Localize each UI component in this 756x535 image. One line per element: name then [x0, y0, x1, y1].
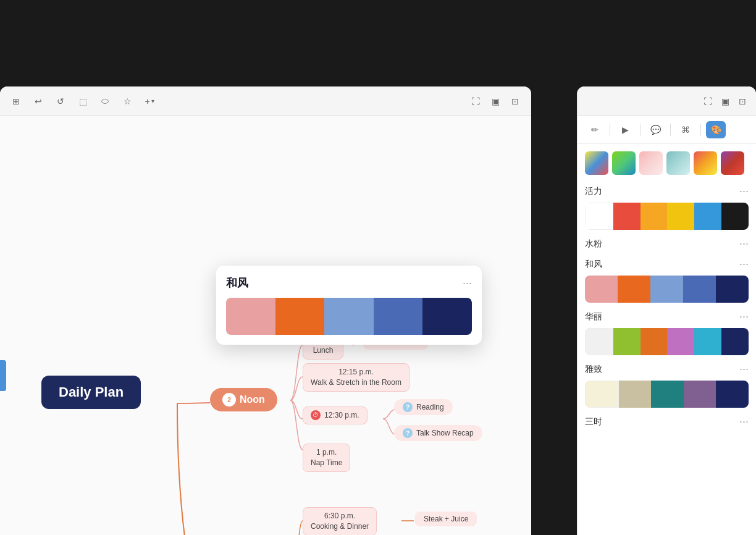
talk-show-label: Talk Show Recap [416, 429, 474, 437]
frame-icon[interactable]: ⬚ [77, 95, 89, 107]
theme-header-hefeng: 和风 ··· [585, 258, 749, 271]
tab-shortcut[interactable]: ⌘ [676, 121, 695, 138]
color-teal[interactable] [651, 381, 684, 408]
color-navy-yazhi[interactable] [716, 381, 749, 408]
color-purple-huali[interactable] [667, 328, 694, 355]
talk-show-node[interactable]: ? Talk Show Recap [394, 425, 482, 441]
popup-color-blue[interactable] [374, 298, 423, 335]
color-mauve[interactable] [684, 381, 716, 408]
theme-more-hefeng[interactable]: ··· [739, 258, 749, 271]
theme-section-huoli: 活力 ··· [585, 185, 749, 230]
question-icon-2: ? [403, 428, 413, 438]
toolbar: ⊞ ↩ ↺ ⬚ ⬭ ☆ + ▾ ⛶ ▣ ⊡ [0, 86, 531, 116]
popup-color-navy[interactable] [422, 298, 472, 335]
theme-header-huoli: 活力 ··· [585, 185, 749, 198]
color-medblue[interactable] [683, 276, 716, 303]
time-node-1230[interactable]: ⏱ 12:30 p.m. [303, 407, 368, 424]
panel-present-icon[interactable]: ▣ [719, 95, 731, 107]
theme-header-sanshi: 三时 ··· [585, 415, 749, 428]
color-orange-hefeng[interactable] [618, 276, 650, 303]
theme-title-yazhi: 雅致 [585, 364, 602, 375]
tab-note[interactable]: 💬 [645, 121, 665, 138]
swatch-5[interactable] [694, 151, 717, 175]
popup-color-pink[interactable] [226, 298, 275, 335]
theme-section-huali: 华丽 ··· [585, 310, 749, 355]
popup-color-orange[interactable] [275, 298, 325, 335]
steak-label: Steak + Juice [424, 515, 468, 523]
noon-node[interactable]: 2 Noon [210, 388, 277, 411]
color-navy-huali[interactable] [721, 328, 749, 355]
add-menu-button[interactable]: + ▾ [143, 95, 156, 107]
arrow-back-icon[interactable]: ↩ [32, 95, 44, 107]
color-red[interactable] [613, 203, 640, 230]
panel-toggle-icon[interactable]: ⊡ [509, 95, 521, 107]
color-pink[interactable] [585, 276, 618, 303]
theme-colors-yazhi[interactable] [585, 381, 749, 408]
time-node-nap[interactable]: 1 p.m. Nap Time [303, 444, 350, 472]
grid-icon[interactable]: ⊞ [10, 95, 22, 107]
color-blue[interactable] [694, 203, 721, 230]
side-panel: ⛶ ▣ ⊡ ✏ ▶ 💬 ⌘ 🎨 活力 ··· [577, 86, 756, 535]
star-icon[interactable]: ☆ [121, 95, 133, 107]
fullscreen-icon[interactable]: ⛶ [469, 95, 482, 107]
panel-fullscreen-icon[interactable]: ⛶ [702, 95, 714, 107]
panel-toolbar: ⛶ ▣ ⊡ [578, 86, 756, 116]
popup-more-btn[interactable]: ··· [463, 277, 472, 290]
tab-theme[interactable]: 🎨 [706, 121, 726, 138]
color-black[interactable] [721, 203, 749, 230]
theme-more-yazhi[interactable]: ··· [739, 363, 749, 376]
color-darkblue[interactable] [716, 276, 749, 303]
color-orange-huali[interactable] [640, 328, 668, 355]
panel-close-icon[interactable]: ⊡ [736, 95, 749, 107]
undo-icon[interactable]: ↺ [54, 95, 67, 107]
tab-separator-1 [610, 124, 610, 136]
toolbar-right: ⛶ ▣ ⊡ [469, 95, 521, 107]
color-lightblue[interactable] [650, 276, 683, 303]
activity-label-walk: Walk & Stretch in the Room [311, 377, 401, 388]
swatch-3[interactable] [639, 151, 663, 175]
theme-title-huali: 华丽 [585, 311, 602, 322]
shape-icon[interactable]: ⬭ [99, 95, 111, 107]
theme-header-huali: 华丽 ··· [585, 310, 749, 323]
theme-header-yazhi: 雅致 ··· [585, 363, 749, 376]
time-node-walk[interactable]: 12:15 p.m. Walk & Stretch in the Room [303, 363, 410, 392]
tab-present[interactable]: ▶ [615, 121, 635, 138]
time-label-walk: 12:15 p.m. [311, 367, 401, 377]
color-white[interactable] [585, 203, 613, 230]
activity-label: Lunch [311, 345, 335, 356]
color-green-huali[interactable] [613, 328, 640, 355]
noon-label: Noon [240, 394, 265, 405]
theme-colors-huali[interactable] [585, 328, 749, 355]
color-orange[interactable] [640, 203, 668, 230]
color-tan[interactable] [619, 381, 652, 408]
tab-style[interactable]: ✏ [585, 121, 605, 138]
theme-section-shuifen: 水粉 ··· [585, 237, 749, 250]
present-icon[interactable]: ▣ [489, 95, 502, 107]
theme-colors-hefeng[interactable] [585, 276, 749, 303]
popup-colors[interactable] [226, 298, 472, 335]
swatches-row [585, 151, 749, 175]
time-node-cooking[interactable]: 6:30 p.m. Cooking & Dinner [303, 507, 377, 535]
color-yellow[interactable] [667, 203, 694, 230]
color-light[interactable] [585, 328, 613, 355]
swatch-4[interactable] [666, 151, 690, 175]
swatch-6[interactable] [721, 151, 744, 175]
color-cream[interactable] [585, 381, 619, 408]
theme-more-shuifen[interactable]: ··· [739, 237, 749, 250]
time-label-1230: 12:30 p.m. [324, 410, 359, 421]
theme-title-shuifen: 水粉 [585, 238, 602, 250]
panel-tabs: ✏ ▶ 💬 ⌘ 🎨 [578, 116, 756, 144]
theme-title-huoli: 活力 [585, 186, 602, 197]
root-node[interactable]: Daily Plan [41, 376, 141, 409]
color-cyan-huali[interactable] [694, 328, 721, 355]
root-label: Daily Plan [59, 384, 124, 400]
theme-more-huoli[interactable]: ··· [739, 185, 749, 198]
theme-more-huali[interactable]: ··· [739, 310, 749, 323]
theme-colors-huoli[interactable] [585, 203, 749, 230]
swatch-1[interactable] [585, 151, 608, 175]
swatch-2[interactable] [612, 151, 636, 175]
theme-more-sanshi[interactable]: ··· [739, 415, 749, 428]
reading-node[interactable]: ? Reading [394, 399, 453, 415]
popup-color-lightblue[interactable] [324, 298, 374, 335]
steak-node[interactable]: Steak + Juice [415, 512, 477, 526]
